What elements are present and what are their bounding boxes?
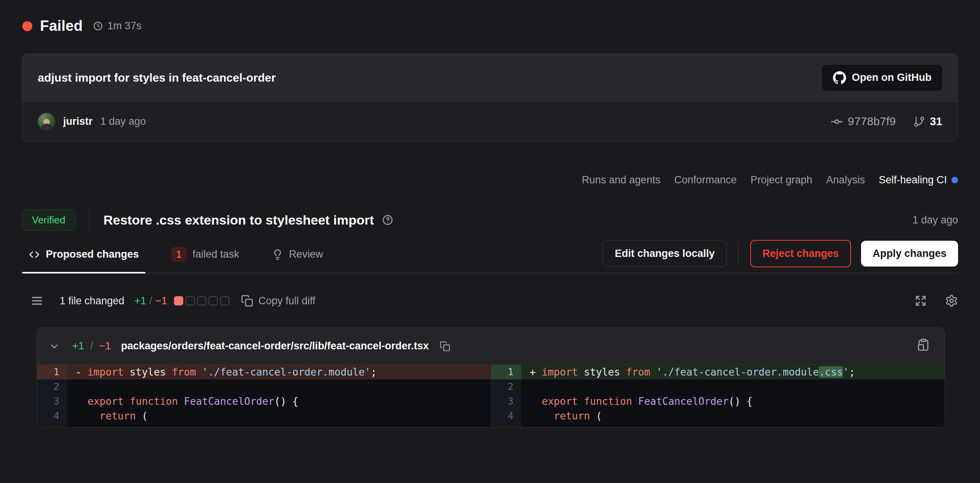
line-number: 4 (37, 409, 67, 423)
nav-item-runs-and-agents[interactable]: Runs and agents (582, 174, 661, 186)
diffstat-block (174, 296, 183, 305)
diff-pane-new: 1234+import styles from './feat-cancel-o… (491, 365, 945, 427)
code-line: export function FeatCancelOrder() { (67, 394, 491, 409)
failed-task-count-badge: 1 (171, 247, 187, 262)
file-stat-separator: / (87, 340, 96, 352)
commit-title: adjust import for styles in feat-cancel-… (38, 71, 276, 84)
files-changed-label: 1 file changed (60, 295, 124, 307)
diffstat-blocks (174, 296, 229, 305)
file-additions: +1 (72, 340, 84, 352)
code-column: -import styles from './feat-cancel-order… (67, 365, 491, 427)
copy-full-diff-button[interactable]: Copy full diff (241, 295, 315, 307)
diffstat-block (197, 296, 206, 305)
fix-title: Restore .css extension to stylesheet imp… (104, 213, 374, 228)
code-line: return ( (521, 409, 945, 423)
line-number: 4 (491, 409, 521, 423)
deletions-count: −1 (155, 295, 167, 307)
git-commit-icon (830, 115, 843, 128)
fix-heading-row: Verified Restore .css extension to style… (22, 208, 958, 232)
file-deletions: −1 (99, 340, 111, 352)
copy-file-diff-icon[interactable] (917, 338, 930, 351)
tab-review[interactable]: Review (265, 238, 330, 273)
diffstat-block (209, 296, 218, 305)
commit-time: 1 day ago (100, 116, 146, 127)
tab-proposed-changes-label: Proposed changes (46, 248, 139, 260)
line-number-gutter: 1234 (491, 365, 521, 427)
commit-sha: 9778b7f9 (848, 115, 896, 128)
additions-count: +1 (134, 295, 146, 307)
file-path: packages/orders/feat-cancel-order/src/li… (121, 340, 429, 352)
diff-marker: - (75, 365, 87, 379)
code-line: -import styles from './feat-cancel-order… (67, 365, 491, 379)
open-on-github-button[interactable]: Open on GitHub (822, 65, 942, 91)
diff-panes: 1234-import styles from './feat-cancel-o… (37, 365, 945, 427)
line-number: 3 (491, 394, 521, 409)
code-line: return ( (67, 409, 491, 423)
line-number: 3 (37, 394, 67, 409)
copy-icon (241, 295, 253, 307)
tab-failed-task-label: failed task (192, 248, 239, 260)
pipeline-status-row: Failed 1m 37s (0, 0, 980, 34)
nav-item-conformance[interactable]: Conformance (674, 174, 737, 186)
clock-icon (93, 21, 103, 31)
edit-changes-locally-button[interactable]: Edit changes locally (603, 240, 727, 267)
code-line: +import styles from './feat-cancel-order… (521, 365, 945, 379)
nav-item-project-graph[interactable]: Project graph (751, 174, 813, 186)
tab-proposed-changes[interactable]: Proposed changes (22, 238, 145, 273)
diff-pane-old: 1234-import styles from './feat-cancel-o… (37, 365, 491, 427)
code-icon (28, 249, 40, 260)
diff-toolbar: 1 file changed +1 / −1 Copy full diff (30, 294, 958, 307)
diff-marker: + (530, 365, 542, 379)
expand-icon[interactable] (914, 294, 927, 307)
pipeline-status-label: Failed (40, 18, 83, 34)
tab-review-label: Review (289, 248, 323, 260)
avatar[interactable] (38, 113, 55, 131)
diffstat-block (186, 296, 195, 305)
lightbulb-icon (272, 249, 283, 260)
settings-gear-icon[interactable] (945, 294, 958, 307)
line-number: 2 (491, 379, 521, 394)
stat-separator: / (146, 295, 156, 307)
failed-status-dot-icon (22, 21, 32, 31)
divider (738, 243, 739, 265)
code-column: +import styles from './feat-cancel-order… (521, 365, 945, 427)
commit-card-top: adjust import for styles in feat-cancel-… (22, 54, 958, 101)
reject-changes-button[interactable]: Reject changes (750, 240, 851, 267)
verified-badge: Verified (22, 210, 75, 231)
author-name: juristr (63, 116, 93, 127)
line-number: 2 (37, 379, 67, 394)
code-line (521, 379, 945, 394)
commit-sha-link[interactable]: 9778b7f9 (830, 115, 896, 128)
chevron-down-icon[interactable] (48, 340, 60, 352)
code-line (67, 379, 491, 394)
help-icon[interactable] (382, 214, 393, 226)
open-on-github-label: Open on GitHub (852, 72, 932, 84)
nav-item-self-healing-ci[interactable]: Self-healing CI (879, 174, 958, 186)
apply-changes-button[interactable]: Apply changes (861, 241, 958, 267)
line-number-gutter: 1234 (37, 365, 67, 427)
copy-path-icon[interactable] (440, 341, 450, 352)
diff-file-header[interactable]: +1 / −1 packages/orders/feat-cancel-orde… (37, 328, 945, 365)
tab-failed-task[interactable]: 1 failed task (165, 238, 246, 273)
copy-full-diff-label: Copy full diff (258, 295, 315, 307)
runs-count: 31 (930, 115, 942, 128)
commit-card: adjust import for styles in feat-cancel-… (22, 54, 958, 142)
commit-card-bottom: juristr 1 day ago 9778b7f9 31 (22, 101, 958, 141)
code-line: export function FeatCancelOrder() { (521, 394, 945, 409)
file-list-menu-icon[interactable] (30, 294, 43, 307)
github-icon (833, 71, 846, 84)
line-number: 1 (491, 365, 521, 379)
diffstat-block (220, 296, 229, 305)
fix-tabs-row: Proposed changes 1 failed task Review Ed… (22, 238, 958, 273)
pipeline-duration: 1m 37s (107, 20, 142, 32)
diff-file-container: +1 / −1 packages/orders/feat-cancel-orde… (37, 327, 945, 428)
nav-item-self-healing-ci-label: Self-healing CI (879, 174, 947, 186)
line-number: 1 (37, 365, 67, 379)
nav-item-analysis[interactable]: Analysis (826, 174, 865, 186)
notification-dot-icon (952, 177, 958, 183)
runs-link[interactable]: 31 (913, 115, 942, 128)
divider (89, 208, 90, 232)
git-branch-icon (913, 116, 925, 128)
workspace-nav: Runs and agents Conformance Project grap… (0, 142, 980, 186)
fix-time: 1 day ago (912, 214, 958, 226)
